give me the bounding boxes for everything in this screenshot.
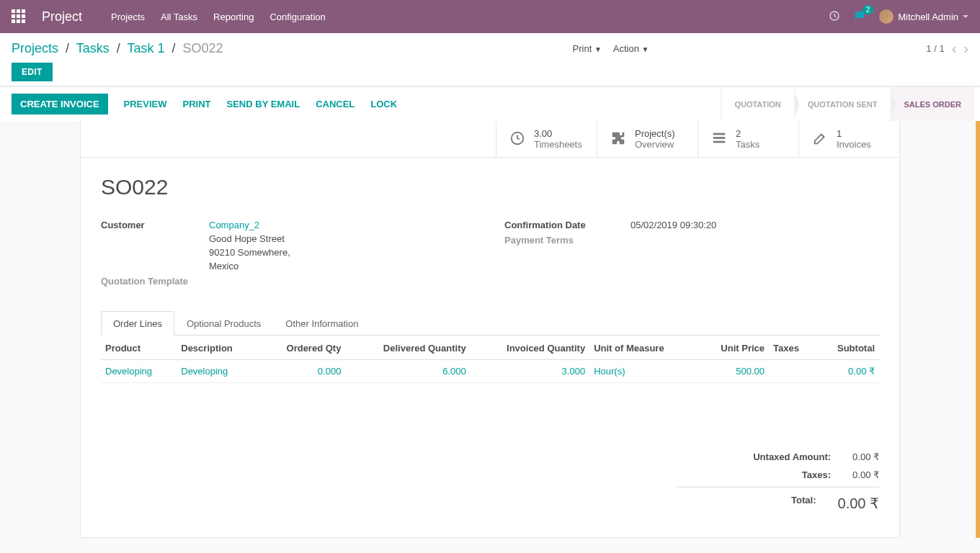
svg-rect-3 [713,137,726,139]
action-row: CREATE INVOICE PREVIEW PRINT SEND BY EMA… [0,86,980,121]
preview-button[interactable]: PREVIEW [124,99,167,109]
col-product: Product [101,336,177,360]
print-dropdown[interactable]: Print ▼ [573,43,602,54]
status-quotation[interactable]: QUOTATION [721,87,793,121]
table-row[interactable]: Developing Developing 0.000 6.000 3.000 … [101,360,879,383]
table-header-row: Product Description Ordered Qty Delivere… [101,336,879,360]
cell-delivered-qty: 6.000 [345,360,470,383]
col-description: Description [177,336,259,360]
customer-address-line2: 90210 Somewhere, [209,247,290,258]
breadcrumb-active: SO022 [183,41,223,55]
sheet-background: 3.00Timesheets Project(s)Overview 2Tasks… [0,121,980,538]
form-sheet: 3.00Timesheets Project(s)Overview 2Tasks… [80,121,900,538]
pager-next-icon[interactable]: › [963,40,968,57]
order-lines-table: Product Description Ordered Qty Delivere… [101,336,879,383]
avatar [879,9,894,24]
clock-icon[interactable] [829,10,840,24]
confirmation-date-label: Confirmation Date [504,220,631,230]
cancel-button[interactable]: CANCEL [316,99,355,109]
stat-buttons: 3.00Timesheets Project(s)Overview 2Tasks… [81,121,899,158]
stat-invoices[interactable]: 1Invoices [798,121,899,157]
untaxed-amount-value: 0.00 ₹ [852,451,879,462]
cell-uom: Hour(s) [589,360,698,383]
cell-taxes [769,360,816,383]
edit-button[interactable]: EDIT [12,63,53,81]
apps-icon[interactable] [12,9,26,24]
status-sales-order[interactable]: SALES ORDER [891,87,974,121]
customer-link[interactable]: Company_2 [209,220,259,230]
taxes-value: 0.00 ₹ [852,469,879,480]
col-taxes: Taxes [769,336,816,360]
notebook-tabs: Order Lines Optional Products Other Info… [101,311,879,336]
svg-rect-2 [713,132,726,135]
lock-button[interactable]: LOCK [370,99,397,109]
col-ordered-qty: Ordered Qty [259,336,345,360]
record-title: SO022 [101,175,879,199]
tab-optional-products[interactable]: Optional Products [174,311,273,336]
customer-address-line3: Mexico [209,261,239,271]
svg-rect-4 [713,140,726,143]
print-button[interactable]: PRINT [183,99,211,109]
cell-subtotal: 0.00 ₹ [816,360,879,383]
clock-icon [509,130,525,148]
nav-menu-all-tasks[interactable]: All Tasks [161,12,197,22]
tab-other-information[interactable]: Other Information [273,311,370,336]
untaxed-amount-label: Untaxed Amount: [677,451,831,462]
top-navbar: Project Projects All Tasks Reporting Con… [0,0,980,33]
puzzle-icon [610,130,626,148]
status-bar: QUOTATION QUOTATION SENT SALES ORDER [721,87,974,121]
chevron-down-icon [963,15,968,18]
cell-ordered-qty: 0.000 [259,360,345,383]
cell-description: Developing [177,360,259,383]
totals: Untaxed Amount: 0.00 ₹ Taxes: 0.00 ₹ Tot… [677,448,879,516]
stat-projects[interactable]: Project(s)Overview [597,121,698,157]
customer-address-line1: Good Hope Street [209,233,285,244]
breadcrumb: Projects / Tasks / Task 1 / SO022 [12,41,223,56]
control-panel: Projects / Tasks / Task 1 / SO022 Print … [0,33,980,86]
tasks-icon [711,130,727,148]
create-invoice-button[interactable]: CREATE INVOICE [12,94,108,114]
app-brand[interactable]: Project [42,9,82,24]
nav-menu: Projects All Tasks Reporting Configurati… [111,12,326,22]
cell-product[interactable]: Developing [101,360,177,383]
nav-menu-reporting[interactable]: Reporting [213,12,254,22]
chatter-indicator[interactable] [976,121,980,538]
nav-menu-projects[interactable]: Projects [111,12,145,22]
cell-invoiced-qty: 3.000 [471,360,589,383]
conversations-icon[interactable]: 2 [853,9,866,24]
col-subtotal: Subtotal [816,336,879,360]
col-delivered-qty: Delivered Quantity [345,336,470,360]
breadcrumb-projects[interactable]: Projects [12,41,58,55]
col-unit-price: Unit Price [698,336,769,360]
pager-prev-icon[interactable]: ‹ [952,40,957,57]
total-label: Total: [677,495,816,512]
cell-unit-price: 500.00 [698,360,769,383]
customer-label: Customer [101,220,209,230]
breadcrumb-tasks[interactable]: Tasks [76,41,110,55]
col-uom: Unit of Measure [589,336,698,360]
nav-menu-configuration[interactable]: Configuration [270,12,325,22]
pager: 1 / 1 [926,43,944,54]
col-invoiced-qty: Invoiced Quantity [471,336,589,360]
stat-timesheets[interactable]: 3.00Timesheets [496,121,597,157]
user-menu[interactable]: Mitchell Admin [879,9,968,24]
stat-tasks[interactable]: 2Tasks [698,121,798,157]
pencil-square-icon [812,130,828,148]
confirmation-date-value: 05/02/2019 09:30:20 [631,220,716,230]
breadcrumb-task-1[interactable]: Task 1 [127,41,164,55]
quotation-template-label: Quotation Template [101,276,209,287]
user-name: Mitchell Admin [898,12,958,22]
payment-terms-label: Payment Terms [504,235,631,246]
tab-order-lines[interactable]: Order Lines [101,311,174,336]
status-quotation-sent[interactable]: QUOTATION SENT [794,87,891,121]
send-by-email-button[interactable]: SEND BY EMAIL [227,99,300,109]
taxes-label: Taxes: [677,469,831,480]
action-dropdown[interactable]: Action ▼ [613,43,649,54]
conversations-badge: 2 [863,5,874,14]
total-value: 0.00 ₹ [838,495,879,512]
